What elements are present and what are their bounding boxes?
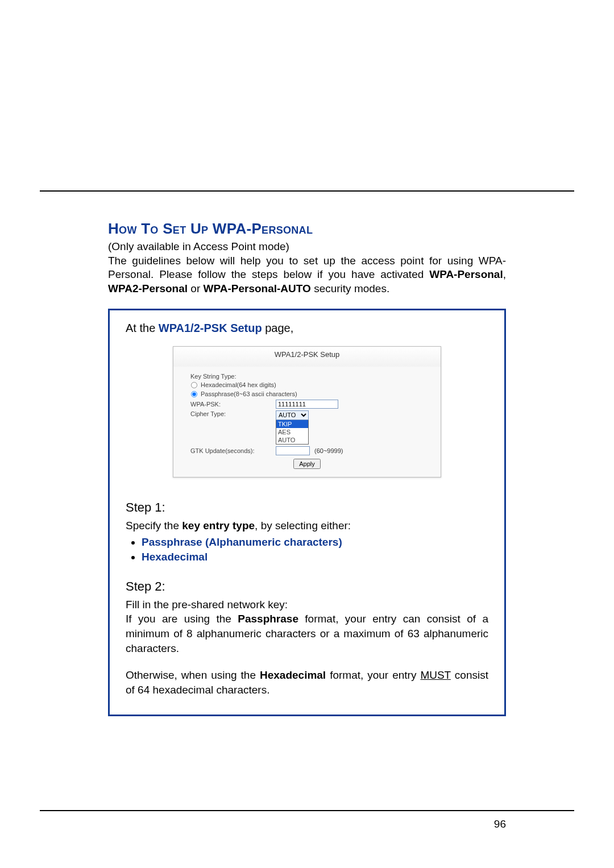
rule-top <box>40 190 574 192</box>
cipher-option-tkip[interactable]: TKIP <box>276 420 308 428</box>
passphrase-radio[interactable] <box>191 391 197 397</box>
cipher-row: Cipher Type: AUTO TKIP AES AUTO <box>190 410 424 445</box>
step2-paragraph2: Otherwise, when using the Hexadecimal fo… <box>126 668 488 697</box>
intro-tail: security modes. <box>311 283 389 294</box>
gtk-row: GTK Update(seconds): (60~9999) <box>190 446 424 455</box>
cipher-options-open: TKIP AES AUTO <box>276 420 309 445</box>
setup-title: WPA1/2-PSK Setup <box>173 347 441 367</box>
step1-text: Specify the key entry type, by selecting… <box>126 518 488 533</box>
intro-availability: (Only available in Access Point mode) <box>108 240 289 252</box>
intro-paragraph: (Only available in Access Point mode) Th… <box>108 240 506 296</box>
step2-p1-a: Fill in the pre-shared network key: <box>126 599 288 610</box>
step2-passphrase-strong: Passphrase <box>238 613 298 625</box>
step2-hex-strong: Hexadecimal <box>260 669 326 681</box>
step1-option-hex: Hexadecimal <box>142 550 488 564</box>
cipher-option-auto[interactable]: AUTO <box>276 436 308 444</box>
key-string-type-label: Key String Type: <box>190 373 424 380</box>
rule-bottom <box>40 810 574 811</box>
step1-options-list: Passphrase (Alphanumeric characters) Hex… <box>126 535 488 564</box>
wpa-auto-strong: WPA-Personal-AUTO <box>204 283 311 294</box>
box-lead: At the WPA1/2-PSK Setup page, <box>126 322 488 335</box>
section-heading: How To Set Up WPA-Personal <box>108 220 506 238</box>
step1-heading: Step 1: <box>126 500 488 515</box>
cipher-select[interactable]: AUTO <box>276 410 309 420</box>
hex-radio-row: Hexadecimal(64 hex digits) <box>190 381 424 389</box>
hex-radio[interactable] <box>191 382 197 388</box>
step2-must: MUST <box>420 669 450 681</box>
step2-paragraph1: Fill in the pre-shared network key: If y… <box>126 597 488 656</box>
setup-body: Key String Type: Hexadecimal(64 hex digi… <box>173 367 441 477</box>
intro-or: or <box>188 283 203 294</box>
step1-a: Specify the <box>126 520 182 531</box>
step2-p2-c: format, your entry <box>326 669 420 681</box>
lead-c: page, <box>262 322 294 334</box>
embedded-setup-screenshot: WPA1/2-PSK Setup Key String Type: Hexade… <box>173 346 441 477</box>
lead-a: At the <box>126 322 159 334</box>
cipher-dropdown: AUTO TKIP AES AUTO <box>276 410 309 445</box>
cipher-option-aes[interactable]: AES <box>276 428 308 436</box>
step2-heading: Step 2: <box>126 579 488 594</box>
instruction-box: At the WPA1/2-PSK Setup page, WPA1/2-PSK… <box>108 309 506 716</box>
step1-option-passphrase: Passphrase (Alphanumeric characters) <box>142 535 488 550</box>
intro-comma: , <box>503 268 506 280</box>
passphrase-radio-row: Passphrase(8~63 ascii characters) <box>190 391 424 398</box>
gtk-range: (60~9999) <box>314 447 343 454</box>
step2-p1-b: If you are using the <box>126 613 238 625</box>
step1-b: key entry type <box>182 520 255 531</box>
document-page: How To Set Up WPA-Personal (Only availab… <box>0 0 614 868</box>
wpa-psk-input[interactable] <box>276 400 338 409</box>
page-content: How To Set Up WPA-Personal (Only availab… <box>40 220 574 716</box>
hex-radio-label: Hexadecimal(64 hex digits) <box>201 381 276 388</box>
wpa-personal-strong: WPA-Personal <box>429 268 503 280</box>
cipher-label: Cipher Type: <box>190 410 276 417</box>
page-number: 96 <box>494 818 506 830</box>
gtk-input[interactable] <box>276 446 310 455</box>
wpa2-personal-strong: WPA2-Personal <box>108 283 188 294</box>
step1-c: , by selecting either: <box>255 520 351 531</box>
passphrase-radio-label: Passphrase(8~63 ascii characters) <box>201 391 297 397</box>
wpa-psk-label: WPA-PSK: <box>190 401 276 408</box>
wpa-psk-row: WPA-PSK: <box>190 400 424 409</box>
lead-page-name: WPA1/2-PSK Setup <box>159 322 262 334</box>
step2-p2-a: Otherwise, when using the <box>126 669 260 681</box>
apply-button[interactable]: Apply <box>293 459 321 469</box>
gtk-label: GTK Update(seconds): <box>190 447 276 454</box>
